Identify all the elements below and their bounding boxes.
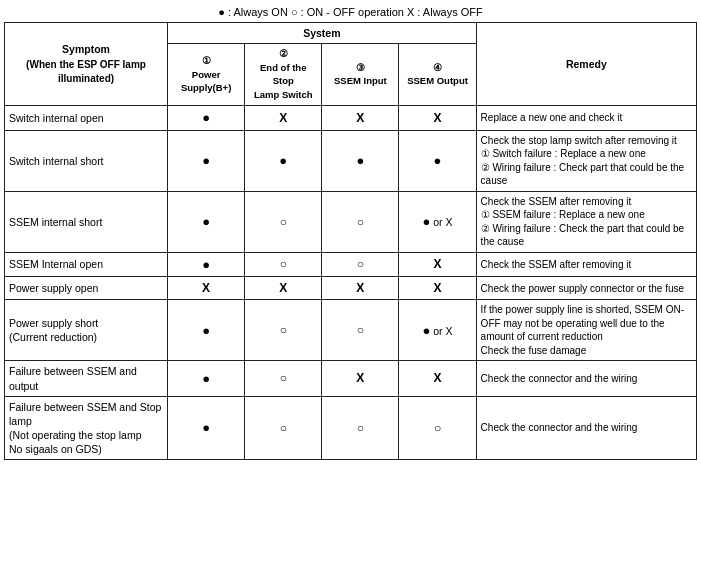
system-cell-stop: ○	[245, 300, 322, 361]
remedy-header: Remedy	[476, 23, 696, 106]
table-row: Failure between SSEM and Stop lamp(Not o…	[5, 396, 697, 460]
system-cell-ps: ●	[168, 252, 245, 277]
system-cell-ssem_out: X	[399, 361, 476, 396]
system-cell-ssem_out: ○	[399, 396, 476, 460]
remedy-cell: Check the SSEM after removing it	[476, 252, 696, 277]
system-cell-ps: ●	[168, 106, 245, 131]
system-cell-ssem_out: X	[399, 106, 476, 131]
symptom-cell: Switch internal open	[5, 106, 168, 131]
symptom-cell: Failure between SSEM and Stop lamp(Not o…	[5, 396, 168, 460]
sub-header-stop: ② End of the StopLamp Switch	[245, 44, 322, 106]
system-cell-ssem_in: X	[322, 277, 399, 300]
system-cell-ssem_in: ○	[322, 252, 399, 277]
system-cell-stop: ●	[245, 130, 322, 191]
system-cell-ssem_out: X	[399, 277, 476, 300]
legend-text: ● : Always ON ○ : ON - OFF operation X :…	[4, 6, 697, 18]
symptom-cell: Failure between SSEM and output	[5, 361, 168, 396]
system-cell-ssem_in: X	[322, 361, 399, 396]
remedy-cell: If the power supply line is shorted, SSE…	[476, 300, 696, 361]
system-cell-ssem_in: ○	[322, 396, 399, 460]
remedy-cell: Check the SSEM after removing it① SSEM f…	[476, 191, 696, 252]
remedy-cell: Check the connector and the wiring	[476, 396, 696, 460]
system-group-header: System	[168, 23, 477, 44]
sub-header-ps: ① Power Supply(B+)	[168, 44, 245, 106]
system-cell-ssem_out: ● or X	[399, 300, 476, 361]
remedy-cell: Check the stop lamp switch after removin…	[476, 130, 696, 191]
symptom-cell: Power supply open	[5, 277, 168, 300]
symptom-cell: SSEM internal short	[5, 191, 168, 252]
system-cell-ssem_in: ●	[322, 130, 399, 191]
table-row: SSEM Internal open●○○XCheck the SSEM aft…	[5, 252, 697, 277]
system-cell-ssem_in: ○	[322, 191, 399, 252]
sub-header-ssem-out: ④ SSEM Output	[399, 44, 476, 106]
table-row: Switch internal short●●●●Check the stop …	[5, 130, 697, 191]
symptom-cell: Power supply short(Current reduction)	[5, 300, 168, 361]
system-cell-ssem_in: X	[322, 106, 399, 131]
page-container: ● : Always ON ○ : ON - OFF operation X :…	[0, 0, 701, 464]
symptom-cell: SSEM Internal open	[5, 252, 168, 277]
table-row: Failure between SSEM and output●○XXCheck…	[5, 361, 697, 396]
system-cell-stop: ○	[245, 191, 322, 252]
remedy-cell: Check the power supply connector or the …	[476, 277, 696, 300]
system-cell-ssem_out: X	[399, 252, 476, 277]
remedy-cell: Replace a new one and check it	[476, 106, 696, 131]
system-cell-ps: ●	[168, 130, 245, 191]
table-row: Power supply openXXXXCheck the power sup…	[5, 277, 697, 300]
system-cell-stop: ○	[245, 252, 322, 277]
system-cell-stop: ○	[245, 361, 322, 396]
remedy-cell: Check the connector and the wiring	[476, 361, 696, 396]
system-cell-ps: ●	[168, 191, 245, 252]
system-cell-ps: X	[168, 277, 245, 300]
system-cell-ps: ●	[168, 300, 245, 361]
system-cell-ssem_out: ●	[399, 130, 476, 191]
diagnostic-table: Symptom(When the ESP OFF lampilluminated…	[4, 22, 697, 460]
symptom-cell: Switch internal short	[5, 130, 168, 191]
table-row: SSEM internal short●○○● or XCheck the SS…	[5, 191, 697, 252]
system-cell-ps: ●	[168, 361, 245, 396]
system-cell-ssem_in: ○	[322, 300, 399, 361]
system-cell-ssem_out: ● or X	[399, 191, 476, 252]
table-row: Power supply short(Current reduction)●○○…	[5, 300, 697, 361]
system-cell-stop: ○	[245, 396, 322, 460]
table-row: Switch internal open●XXXReplace a new on…	[5, 106, 697, 131]
system-cell-ps: ●	[168, 396, 245, 460]
system-cell-stop: X	[245, 277, 322, 300]
sub-header-ssem-in: ③ SSEM Input	[322, 44, 399, 106]
system-cell-stop: X	[245, 106, 322, 131]
symptom-header: Symptom(When the ESP OFF lampilluminated…	[5, 23, 168, 106]
